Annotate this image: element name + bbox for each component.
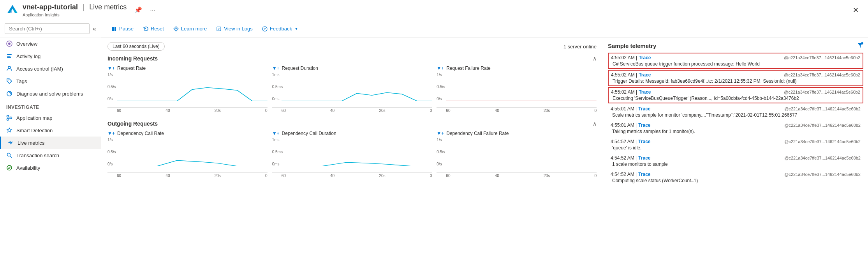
sidebar-item-diagnose-label: Diagnose and solve problems [16, 91, 83, 97]
header-icons: 📌 ··· [133, 5, 157, 15]
header-separator: | [83, 3, 85, 12]
telemetry-type: Trace [638, 106, 650, 112]
main-layout: « Overview Activity log Access control (… [0, 20, 868, 268]
diagnose-icon: ? [6, 91, 12, 97]
telemetry-list: 4:55:02 AM | Trace @c221a34ce7ffe37...14… [608, 53, 863, 186]
telemetry-item[interactable]: 4:54:52 AM | Trace @c221a34ce7ffe37...14… [608, 170, 863, 185]
svg-point-5 [8, 66, 11, 69]
dep-call-failure-rate-svg [446, 139, 597, 166]
telemetry-time: 4:54:52 AM | [611, 139, 637, 144]
request-rate-area: 1/s 0.5/s 0/s [107, 73, 268, 108]
availability-icon [6, 165, 12, 171]
svg-text:?: ? [175, 27, 177, 31]
sidebar-item-diagnose[interactable]: ? Diagnose and solve problems [0, 87, 101, 100]
learn-more-button[interactable]: ? Learn more [169, 24, 211, 33]
telemetry-type: Trace [638, 122, 650, 128]
sidebar-item-access-control[interactable]: Access control (IAM) [0, 62, 101, 75]
telemetry-message: 'queue' is idle. [611, 145, 861, 151]
sidebar-item-tags[interactable]: Tags [0, 75, 101, 87]
telemetry-item[interactable]: 4:54:52 AM | Trace @c221a34ce7ffe37...14… [608, 153, 863, 169]
sidebar-collapse-button[interactable]: « [93, 25, 96, 32]
outgoing-requests-collapse[interactable]: ∧ [593, 121, 597, 127]
feedback-chevron: ▼ [294, 27, 298, 31]
sidebar-item-overview[interactable]: Overview [0, 37, 101, 50]
telemetry-type: Trace [639, 55, 651, 60]
telemetry-type: Trace [638, 139, 650, 144]
app-name: vnet-app-tutorial [23, 3, 78, 11]
telemetry-message: Scale metrics sample for monitor 'compan… [611, 112, 861, 118]
dep-call-rate-chart: ▼+ Dependency Call Rate 1/s 0.5/s 0/s [107, 131, 268, 178]
view-in-logs-button[interactable]: View in Logs [212, 24, 256, 33]
svg-rect-22 [112, 27, 114, 31]
telemetry-filter-icon [857, 42, 863, 48]
sidebar-item-application-map[interactable]: Application map [0, 112, 101, 124]
learn-more-icon: ? [173, 26, 179, 32]
close-button[interactable]: ✕ [850, 4, 862, 16]
time-range-button[interactable]: Last 60 seconds (Live) [107, 42, 165, 51]
request-rate-filter-icon: ▼+ [107, 66, 115, 71]
telemetry-panel: Sample telemetry 4:55:02 AM | Trace @c22… [603, 37, 868, 268]
telemetry-id: @c221a34ce7ffe37...1462144ac5e60b2 [784, 106, 861, 111]
telemetry-time: 4:55:02 AM | [611, 89, 637, 95]
telemetry-id: @c221a34ce7ffe37...1462144ac5e60b2 [784, 139, 861, 144]
pause-button[interactable]: Pause [107, 24, 137, 33]
telemetry-type: Trace [639, 72, 651, 78]
telemetry-item[interactable]: 4:55:02 AM | Trace @c221a34ce7ffe37...14… [608, 70, 863, 86]
request-failure-rate-area: 1/s 0.5/s 0/s [437, 73, 597, 108]
application-map-icon [6, 115, 12, 121]
reset-button[interactable]: Reset [139, 24, 168, 33]
dep-call-failure-rate-label: Dependency Call Failure Rate [446, 131, 509, 136]
telemetry-type: Trace [638, 155, 650, 161]
request-rate-label: Request Rate [117, 66, 146, 71]
sidebar-item-availability-label: Availability [16, 165, 40, 171]
reset-icon [143, 26, 148, 32]
request-duration-area: 1ms 0.5ms 0ms [272, 73, 432, 108]
telemetry-item[interactable]: 4:55:01 AM | Trace @c221a34ce7ffe37...14… [608, 104, 863, 120]
telemetry-message: Trigger Details: MessageId: fab3ea69cd9e… [611, 78, 860, 84]
telemetry-item[interactable]: 4:54:52 AM | Trace @c221a34ce7ffe37...14… [608, 137, 863, 153]
investigate-section-header: Investigate [0, 100, 101, 112]
outgoing-requests-title: Outgoing Requests ∧ [107, 121, 597, 127]
svg-rect-2 [7, 54, 12, 55]
pin-button[interactable]: 📌 [133, 5, 144, 15]
telemetry-header: Sample telemetry [608, 42, 863, 50]
svg-rect-25 [217, 27, 221, 31]
sidebar-item-smart-detection[interactable]: Smart Detection [0, 124, 101, 137]
live-metrics-icon [7, 140, 14, 146]
toolbar: Pause Reset ? Learn more View in Logs Fe… [101, 20, 868, 37]
request-duration-chart: ▼+ Request Duration 1ms 0.5ms 0ms [272, 66, 432, 113]
dep-call-duration-chart: ▼+ Dependency Call Duration 1ms 0.5ms 0m… [272, 131, 432, 178]
telemetry-time: 4:55:01 AM | [611, 122, 637, 128]
sidebar-item-activity-log[interactable]: Activity log [0, 50, 101, 62]
feedback-icon [262, 26, 268, 32]
telemetry-time: 4:54:52 AM | [611, 155, 637, 161]
telemetry-item[interactable]: 4:55:02 AM | Trace @c221a34ce7ffe37...14… [608, 87, 863, 103]
telemetry-filter-button[interactable] [857, 42, 863, 50]
telemetry-id: @c221a34ce7ffe37...1462144ac5e60b2 [784, 172, 861, 177]
telemetry-item[interactable]: 4:55:02 AM | Trace @c221a34ce7ffe37...14… [608, 53, 863, 69]
telemetry-type: Trace [638, 172, 650, 177]
dep-call-failure-rate-chart: ▼+ Dependency Call Failure Rate 1/s 0.5/… [437, 131, 597, 178]
more-options-button[interactable]: ··· [148, 5, 157, 15]
sidebar-item-transaction-search[interactable]: Transaction search [0, 149, 101, 162]
svg-point-10 [10, 117, 12, 119]
request-failure-rate-label: Request Failure Rate [446, 66, 490, 71]
dep-call-duration-area: 1ms 0.5ms 0ms [272, 138, 432, 173]
sidebar-item-overview-label: Overview [16, 41, 37, 47]
request-duration-label: Request Duration [282, 66, 318, 71]
svg-point-11 [7, 119, 9, 121]
incoming-requests-collapse[interactable]: ∧ [593, 55, 597, 62]
telemetry-item[interactable]: 4:55:01 AM | Trace @c221a34ce7ffe37...14… [608, 121, 863, 136]
azure-logo-icon [6, 4, 19, 16]
telemetry-time: 4:55:01 AM | [611, 106, 637, 112]
dep-call-rate-area: 1/s 0.5/s 0/s [107, 138, 268, 173]
sidebar-item-availability[interactable]: Availability [0, 162, 101, 174]
sidebar-item-live-metrics[interactable]: Live metrics [0, 137, 101, 149]
sidebar-item-smart-detection-label: Smart Detection [16, 128, 53, 133]
sidebar-item-tags-label: Tags [16, 78, 27, 84]
search-input[interactable] [5, 23, 90, 34]
telemetry-id: @c221a34ce7ffe37...1462144ac5e60b2 [784, 156, 861, 160]
feedback-button[interactable]: Feedback ▼ [258, 24, 302, 33]
view-in-logs-icon [216, 26, 222, 32]
incoming-requests-section: Incoming Requests ∧ ▼+ Request Rate [107, 55, 597, 113]
